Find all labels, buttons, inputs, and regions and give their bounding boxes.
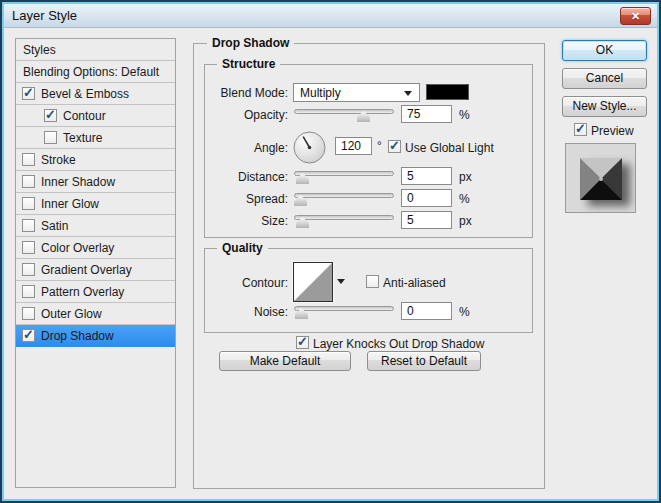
styles-sidebar: Styles Blending Options: DefaultBevel & … (15, 38, 176, 488)
make-default-button[interactable]: Make Default (219, 351, 351, 371)
effect-checkbox[interactable] (22, 87, 35, 100)
sidebar-item-color-overlay[interactable]: Color Overlay (16, 237, 175, 259)
style-preview-thumbnail (565, 143, 636, 213)
angle-label: Angle: (205, 141, 288, 155)
spread-label: Spread: (205, 192, 288, 206)
size-unit: px (459, 214, 472, 228)
close-button[interactable]: ✕ (620, 7, 651, 25)
contour-linear-icon (294, 263, 332, 301)
spread-input[interactable] (401, 189, 452, 207)
size-slider-track[interactable] (294, 215, 394, 220)
quality-title: Quality (217, 241, 268, 255)
blend-mode-value: Multiply (300, 86, 341, 100)
layer-style-dialog: Layer Style ✕ Styles Blending Options: D… (0, 0, 661, 503)
effect-checkbox[interactable] (22, 153, 35, 166)
sidebar-item-label: Drop Shadow (41, 329, 114, 343)
distance-slider-track[interactable] (294, 171, 394, 176)
sidebar-item-label: Gradient Overlay (41, 263, 132, 277)
effect-checkbox[interactable] (44, 109, 57, 122)
distance-unit: px (459, 170, 472, 184)
contour-label: Contour: (205, 276, 288, 290)
sidebar-header-styles[interactable]: Styles (16, 39, 175, 61)
preview-pyramid (580, 158, 622, 200)
opacity-input[interactable] (401, 105, 452, 123)
use-global-light-checkbox[interactable] (388, 140, 401, 153)
effect-checkbox[interactable] (22, 307, 35, 320)
sidebar-item-inner-glow[interactable]: Inner Glow (16, 193, 175, 215)
effect-checkbox[interactable] (22, 263, 35, 276)
drop-shadow-panel: Drop Shadow Structure Blend Mode: Multip… (193, 43, 545, 489)
effect-checkbox[interactable] (22, 329, 35, 342)
angle-unit: ° (377, 139, 382, 153)
preview-label: Preview (591, 124, 634, 138)
size-input[interactable] (401, 211, 452, 229)
structure-title: Structure (217, 57, 280, 71)
quality-group: Quality Contour: Anti-aliased Noise: % (204, 248, 533, 333)
distance-input[interactable] (401, 167, 452, 185)
use-global-light-label: Use Global Light (405, 141, 494, 155)
noise-unit: % (459, 305, 470, 319)
angle-dial[interactable] (293, 131, 326, 164)
structure-group: Structure Blend Mode: Multiply Opacity: … (204, 64, 533, 238)
effect-checkbox[interactable] (22, 241, 35, 254)
ok-button[interactable]: OK (562, 40, 647, 61)
sidebar-header-label: Styles (23, 43, 56, 57)
sidebar-item-outer-glow[interactable]: Outer Glow (16, 303, 175, 325)
noise-label: Noise: (205, 305, 288, 319)
window-title: Layer Style (12, 8, 77, 23)
blend-mode-select[interactable]: Multiply (293, 83, 420, 102)
sidebar-item-label: Bevel & Emboss (41, 87, 129, 101)
anti-aliased-checkbox[interactable] (366, 275, 379, 288)
sidebar-item-label: Blending Options: Default (23, 65, 159, 79)
effect-checkbox[interactable] (44, 131, 57, 144)
effect-checkbox[interactable] (22, 219, 35, 232)
contour-picker[interactable] (293, 262, 333, 302)
sidebar-item-label: Outer Glow (41, 307, 102, 321)
layer-knockout-checkbox[interactable] (296, 336, 309, 349)
sidebar-item-label: Inner Glow (41, 197, 99, 211)
close-icon: ✕ (631, 10, 640, 22)
anti-aliased-label: Anti-aliased (383, 276, 446, 290)
shadow-color-swatch[interactable] (426, 84, 469, 100)
spread-unit: % (459, 192, 470, 206)
layer-knockout-label: Layer Knocks Out Drop Shadow (313, 337, 484, 351)
effect-checkbox[interactable] (22, 175, 35, 188)
cancel-button[interactable]: Cancel (562, 68, 647, 89)
reset-to-default-button[interactable]: Reset to Default (367, 351, 481, 371)
sidebar-item-stroke[interactable]: Stroke (16, 149, 175, 171)
sidebar-item-drop-shadow[interactable]: Drop Shadow (16, 325, 175, 347)
chevron-down-icon (404, 91, 412, 96)
noise-input[interactable] (401, 302, 452, 320)
sidebar-item-blending-options-default[interactable]: Blending Options: Default (16, 61, 175, 83)
sidebar-item-inner-shadow[interactable]: Inner Shadow (16, 171, 175, 193)
sidebar-item-texture[interactable]: Texture (16, 127, 175, 149)
sidebar-items: Blending Options: DefaultBevel & EmbossC… (16, 61, 175, 347)
sidebar-item-label: Contour (63, 109, 106, 123)
sidebar-item-label: Inner Shadow (41, 175, 115, 189)
opacity-label: Opacity: (205, 108, 288, 122)
sidebar-item-label: Satin (41, 219, 68, 233)
noise-slider-track[interactable] (294, 306, 394, 311)
opacity-slider-track[interactable] (294, 109, 394, 114)
sidebar-item-label: Stroke (41, 153, 76, 167)
size-label: Size: (205, 214, 288, 228)
sidebar-item-gradient-overlay[interactable]: Gradient Overlay (16, 259, 175, 281)
effect-checkbox[interactable] (22, 197, 35, 210)
contour-dropdown-icon[interactable] (337, 279, 345, 284)
spread-slider-track[interactable] (294, 193, 394, 198)
sidebar-item-label: Texture (63, 131, 102, 145)
distance-label: Distance: (205, 170, 288, 184)
angle-input[interactable] (335, 137, 372, 155)
sidebar-item-pattern-overlay[interactable]: Pattern Overlay (16, 281, 175, 303)
sidebar-item-bevel-emboss[interactable]: Bevel & Emboss (16, 83, 175, 105)
sidebar-item-satin[interactable]: Satin (16, 215, 175, 237)
blend-mode-label: Blend Mode: (205, 86, 288, 100)
preview-checkbox[interactable] (574, 123, 587, 136)
effect-checkbox[interactable] (22, 285, 35, 298)
new-style-button[interactable]: New Style... (562, 96, 647, 117)
sidebar-item-contour[interactable]: Contour (16, 105, 175, 127)
sidebar-item-label: Color Overlay (41, 241, 114, 255)
title-bar[interactable]: Layer Style ✕ (4, 4, 657, 28)
opacity-unit: % (459, 108, 470, 122)
sidebar-item-label: Pattern Overlay (41, 285, 124, 299)
